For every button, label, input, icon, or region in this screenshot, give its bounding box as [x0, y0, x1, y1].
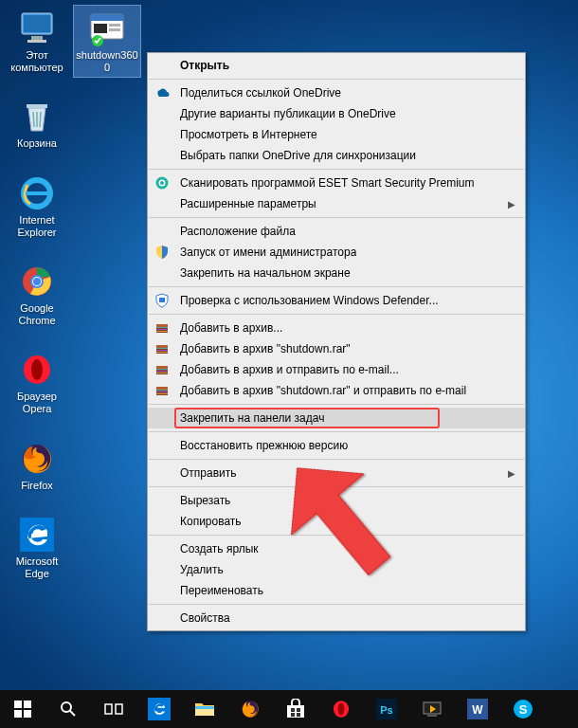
desktop-icon-recycle-bin[interactable]: Корзина: [4, 94, 70, 154]
start-button[interactable]: [2, 690, 44, 728]
svg-rect-41: [156, 387, 168, 390]
context-menu-item[interactable]: Закрепить на начальном экране: [148, 263, 525, 283]
desktop-icon-label: Google Chrome: [6, 302, 68, 326]
taskbar-app-opera[interactable]: [320, 690, 362, 728]
svg-rect-1: [24, 15, 50, 32]
taskbar: Ps W S: [0, 690, 578, 728]
context-menu-item[interactable]: Расположение файла: [148, 221, 525, 242]
desktop-icon-label: Этот компьютер: [6, 49, 68, 73]
context-menu-label: Переименовать: [180, 584, 263, 597]
desktop-icon-firefox[interactable]: Firefox: [4, 436, 70, 496]
svg-rect-33: [156, 350, 168, 351]
context-menu-item[interactable]: Добавить в архив "shutdown.rar": [148, 338, 525, 359]
context-menu-item[interactable]: Вырезать: [148, 490, 525, 511]
svg-rect-6: [26, 191, 48, 195]
context-menu-item[interactable]: Просмотреть в Интернете: [148, 124, 525, 145]
context-menu-item[interactable]: Поделиться ссылкой OneDrive: [148, 82, 525, 103]
edge-icon: [148, 698, 171, 720]
opera-icon: [14, 351, 60, 389]
taskbar-app-explorer[interactable]: [184, 690, 226, 728]
taskbar-app-firefox[interactable]: [229, 690, 271, 728]
taskbar-app-photoshop[interactable]: Ps: [366, 690, 407, 728]
svg-rect-17: [94, 24, 107, 33]
shield-icon: [154, 244, 171, 261]
context-menu-label: Отправить: [180, 466, 237, 480]
svg-rect-28: [156, 329, 168, 330]
svg-rect-27: [156, 327, 168, 328]
blank-icon: [154, 105, 171, 122]
context-menu-item[interactable]: Закрепить на панели задач: [148, 408, 525, 428]
menu-separator: [149, 286, 524, 287]
desktop-icons-column: Этот компьютер Корзина Internet Explorer…: [4, 6, 70, 584]
desktop-icon-edge[interactable]: Microsoft Edge: [4, 512, 70, 583]
context-menu-label: Запуск от имени администратора: [180, 246, 356, 259]
context-menu-item[interactable]: Добавить в архив...: [148, 318, 525, 338]
desktop-icon-label: Корзина: [17, 137, 57, 150]
context-menu-label: Копировать: [180, 515, 242, 528]
svg-rect-36: [156, 366, 168, 369]
context-menu-item[interactable]: Удалить: [148, 559, 525, 580]
media-player-icon: [422, 701, 443, 718]
menu-separator: [149, 431, 524, 432]
svg-rect-29: [156, 331, 168, 332]
context-menu-item[interactable]: Создать ярлык: [148, 538, 525, 559]
svg-rect-34: [156, 352, 168, 353]
context-menu-item[interactable]: Копировать: [148, 511, 525, 532]
recycle-bin-icon: [14, 98, 60, 136]
windows-logo-icon: [14, 701, 31, 718]
taskbar-app-mpc[interactable]: [411, 690, 453, 728]
desktop-icon-shutdown3600[interactable]: shutdown3600: [74, 6, 140, 77]
taskbar-app-skype[interactable]: S: [502, 690, 544, 728]
context-menu-item[interactable]: Открыть: [148, 55, 525, 76]
winrar-icon: [154, 319, 171, 337]
blank-icon: [154, 582, 171, 599]
svg-point-59: [338, 703, 345, 716]
desktop-icon-label: Microsoft Edge: [6, 555, 68, 579]
firefox-icon: [240, 699, 261, 719]
svg-rect-57: [297, 713, 300, 717]
svg-point-10: [33, 278, 41, 285]
taskbar-app-word[interactable]: W: [457, 690, 498, 728]
context-menu-label: Поделиться ссылкой OneDrive: [180, 86, 341, 100]
context-menu-item[interactable]: Расширенные параметры▶: [148, 193, 525, 214]
context-menu-item[interactable]: Отправить▶: [148, 463, 525, 483]
context-menu-item[interactable]: Проверка с использованием Windows Defend…: [148, 290, 525, 311]
svg-rect-44: [156, 393, 168, 394]
desktop-icon-opera[interactable]: Браузер Opera: [4, 347, 70, 418]
svg-text:Ps: Ps: [380, 704, 392, 716]
svg-point-45: [62, 702, 71, 712]
svg-rect-47: [105, 704, 112, 714]
taskbar-app-edge[interactable]: [138, 690, 180, 728]
skype-icon: S: [513, 699, 533, 719]
svg-rect-32: [156, 348, 168, 349]
svg-point-12: [31, 359, 43, 380]
context-menu-item[interactable]: Сканировать программой ESET Smart Securi…: [148, 173, 525, 193]
context-menu-item[interactable]: Выбрать папки OneDrive для синхронизации: [148, 145, 525, 166]
svg-rect-54: [291, 708, 295, 712]
photoshop-icon: Ps: [376, 699, 397, 719]
context-menu-label: Расположение файла: [180, 225, 296, 238]
svg-rect-2: [31, 36, 43, 40]
svg-rect-42: [156, 390, 168, 391]
defender-icon: [154, 292, 171, 309]
store-icon: [285, 699, 306, 719]
desktop-icon-ie[interactable]: Internet Explorer: [4, 171, 70, 242]
context-menu-item[interactable]: Запуск от имени администратора: [148, 242, 525, 263]
blank-icon: [154, 126, 171, 143]
context-menu-item[interactable]: Восстановить прежнюю версию: [148, 435, 525, 456]
search-button[interactable]: [47, 690, 89, 728]
desktop-icon-this-pc[interactable]: Этот компьютер: [4, 6, 70, 77]
context-menu-item[interactable]: Добавить в архив и отправить по e-mail..…: [148, 359, 525, 380]
context-menu-item[interactable]: Переименовать: [148, 580, 525, 601]
taskbar-app-store[interactable]: [275, 690, 316, 728]
svg-rect-53: [287, 705, 304, 718]
task-view-button[interactable]: [93, 690, 135, 728]
desktop-icon-chrome[interactable]: Google Chrome: [4, 259, 70, 330]
svg-rect-16: [91, 14, 123, 21]
context-menu-item[interactable]: Добавить в архив "shutdown.rar" и отправ…: [148, 380, 525, 401]
context-menu-item[interactable]: Свойства: [148, 608, 525, 628]
menu-separator: [149, 79, 524, 80]
context-menu-label: Добавить в архив...: [180, 321, 282, 335]
context-menu-item[interactable]: Другие варианты публикации в OneDrive: [148, 103, 525, 124]
blank-icon: [154, 195, 171, 212]
